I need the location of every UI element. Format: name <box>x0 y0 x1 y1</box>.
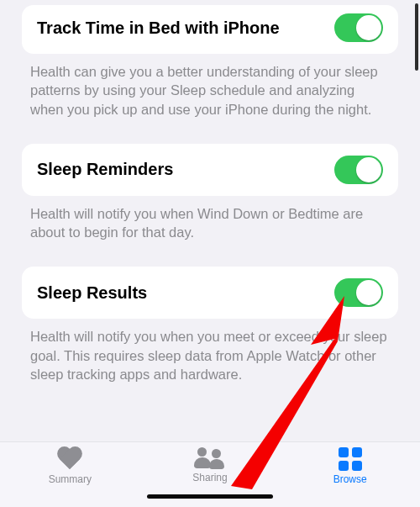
toggle-sleep-reminders[interactable] <box>334 156 383 184</box>
scroll-indicator[interactable] <box>415 3 418 71</box>
grid-icon <box>339 447 362 471</box>
setting-description: Health can give you a better understandi… <box>22 54 398 134</box>
settings-scroll-area[interactable]: Track Time in Bed with iPhone Health can… <box>0 0 420 441</box>
setting-row-sleep-results: Sleep Results <box>22 267 398 319</box>
setting-title: Track Time in Bed with iPhone <box>37 18 280 39</box>
toggle-knob <box>356 15 381 40</box>
toggle-knob <box>356 157 381 182</box>
tab-browse[interactable]: Browse <box>300 447 401 485</box>
setting-row-track-time-in-bed: Track Time in Bed with iPhone <box>22 5 398 54</box>
tab-sharing[interactable]: Sharing <box>160 447 260 483</box>
tab-label: Sharing <box>192 472 227 483</box>
toggle-track-time-in-bed[interactable] <box>334 13 383 42</box>
setting-description: Health will notify you when Wind Down or… <box>22 196 398 257</box>
setting-title: Sleep Results <box>37 283 147 304</box>
toggle-sleep-results[interactable] <box>334 278 383 307</box>
home-indicator[interactable] <box>147 494 273 499</box>
setting-row-sleep-reminders: Sleep Reminders <box>22 144 398 196</box>
setting-description: Health will notify you when you meet or … <box>22 319 398 399</box>
tab-summary[interactable]: Summary <box>19 447 120 485</box>
tab-label: Summary <box>49 473 92 485</box>
tab-label: Browse <box>333 473 367 485</box>
heart-icon <box>56 447 83 471</box>
toggle-knob <box>356 280 381 305</box>
people-icon <box>194 447 226 469</box>
setting-title: Sleep Reminders <box>37 159 173 180</box>
